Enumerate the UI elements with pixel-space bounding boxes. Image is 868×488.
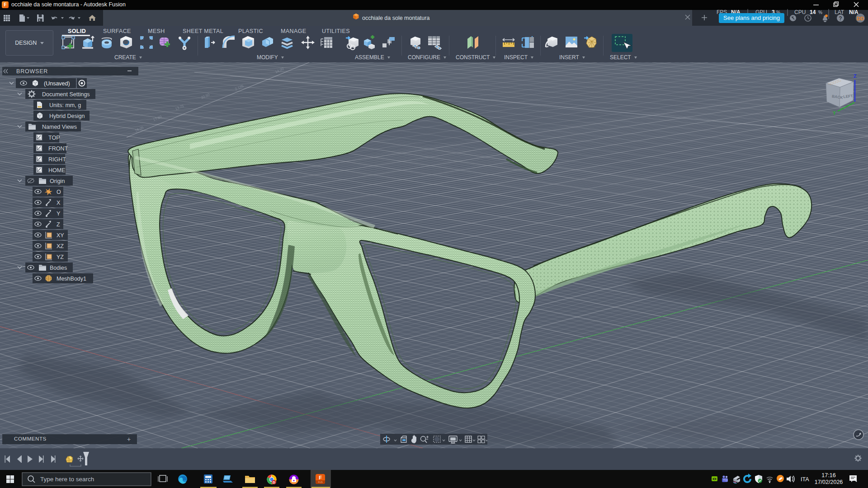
svg-text:Hybrid Design: Hybrid Design [49, 113, 85, 119]
svg-text:Document Settings: Document Settings [42, 91, 90, 98]
svg-text:Bodies: Bodies [50, 265, 67, 271]
svg-text:XZ: XZ [57, 243, 64, 249]
svg-text:Units: mm, g: Units: mm, g [49, 102, 81, 108]
svg-text:TOP: TOP [48, 135, 60, 141]
svg-text:Z: Z [57, 221, 60, 228]
svg-text:O: O [57, 189, 61, 195]
svg-text:BROWSER: BROWSER [16, 68, 48, 75]
svg-text:Z: Z [854, 73, 857, 79]
svg-text:Y: Y [57, 211, 61, 217]
svg-text:T: T [723, 479, 725, 482]
svg-text:RIGHT: RIGHT [48, 156, 66, 163]
svg-text:DD: DD [857, 16, 864, 21]
svg-text:F: F [319, 475, 322, 480]
svg-text:?: ? [839, 15, 842, 22]
svg-text:17:16: 17:16 [821, 472, 835, 479]
svg-text:Origin: Origin [50, 178, 65, 184]
svg-text:X: X [57, 200, 61, 206]
svg-text:17/02/2026: 17/02/2026 [815, 479, 843, 485]
svg-text:XY: XY [57, 232, 64, 239]
svg-text:HOME: HOME [48, 167, 66, 174]
svg-text:MeshBody1: MeshBody1 [57, 276, 86, 282]
svg-text:Type here to search: Type here to search [40, 476, 94, 483]
svg-text:ITA: ITA [801, 476, 809, 483]
svg-text:FUS: FUS [318, 481, 323, 483]
svg-text:(Unsaved): (Unsaved) [44, 80, 70, 87]
svg-text:D: D [273, 480, 275, 484]
svg-text:YZ: YZ [57, 254, 64, 260]
svg-text:Y: Y [833, 110, 836, 116]
svg-text:FRONT: FRONT [48, 145, 68, 152]
svg-text:Named Views: Named Views [42, 124, 77, 130]
